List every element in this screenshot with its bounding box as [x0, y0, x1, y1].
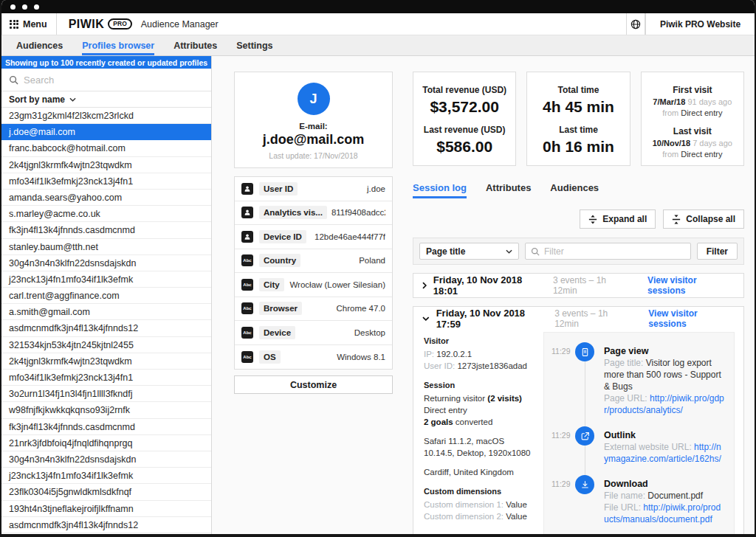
event-row: 11:29Page viewPage title: Visitor log ex… [551, 342, 725, 426]
expand-all-button[interactable]: Expand all [580, 209, 656, 229]
detail-tab-attributes[interactable]: Attributes [486, 182, 531, 198]
window-control-dot[interactable] [10, 4, 16, 10]
collapse-all-button[interactable]: Collapse all [663, 209, 744, 229]
filter-field-select[interactable]: Page title [419, 243, 519, 260]
session-date: Friday, 10 Nov 2018 17:59 [436, 308, 549, 330]
profile-list-item[interactable]: j.doe@mail.com [1, 124, 211, 140]
last-visit-date-line: 10/Nov/18 7 days ago [642, 139, 743, 148]
profile-list-item[interactable]: w98fnjfkjkwkkqkqnso93ij2rnfk [1, 402, 211, 418]
profile-list-item[interactable]: 30g4n3n4n3klfn22dsnsdajskdn [1, 451, 211, 468]
detail-tab-audiences[interactable]: Audiences [550, 182, 599, 198]
attr-value: Wrocław (Lower Silesian) [285, 280, 385, 289]
profile-list-item[interactable]: 23flk0304i5j5gnwldkmlsdkfnqf [1, 484, 211, 500]
profile-list-item[interactable]: 321534kjn53k4jtn245kjtnl2455 [1, 533, 211, 534]
tab-audiences[interactable]: Audiences [16, 35, 63, 55]
profile-list-item[interactable]: 2k4tjgnl3krmfk4wjtn23tqwdkm [1, 157, 211, 173]
profile-attributes-list: User IDj.doeAnalytics vis...811f9408adcc… [234, 176, 393, 370]
profile-list-item[interactable]: 321534kjn53k4jtn245kjtnl2455 [1, 337, 211, 353]
user-id-type-icon [241, 231, 253, 243]
search-input[interactable] [24, 75, 204, 86]
profile-list-item[interactable]: 21nrk3jfdbfoiq4jfnqldfihqnprgq [1, 435, 211, 451]
view-visitor-sessions-link[interactable]: View visitor sessions [647, 275, 735, 296]
custom-dimension-2: Custom dimension 2: Value [424, 510, 535, 522]
attr-label: Country [259, 254, 300, 267]
session-body: Visitor IP: 192.0.2.1 User ID: 1273jste1… [413, 330, 743, 534]
profile-list-item[interactable]: 23gm31g2kml4f2l3kcm23rlckd [1, 108, 211, 124]
chevron-right-icon [422, 282, 427, 289]
filter-button[interactable]: Filter [697, 243, 738, 260]
profile-list-item[interactable]: 2k4tjgnl3krmfk4wjtn23tqwdkm [1, 353, 211, 370]
event-line-label: External website URL: [604, 442, 694, 452]
collapse-all-icon [672, 215, 681, 224]
email-label: E-mail: [235, 122, 392, 131]
event-content: OutlinkExternal website URL: http://nyma… [604, 426, 725, 475]
profile-list-item[interactable]: a.smith@gmail.com [1, 304, 211, 320]
last-visit-source-line: from Direct entry [642, 150, 743, 159]
profile-list-item[interactable]: asdmcnmdfk3jn4fl13k4jfnnds12 [1, 517, 211, 533]
customize-button[interactable]: Customize [234, 375, 393, 394]
session-header[interactable]: Friday, 10 Nov 2018 18:01 3 events – 1h … [413, 274, 743, 297]
total-time-label: Total time [527, 85, 629, 95]
profile-list-item[interactable]: 3o2urn1l34fj1n3l4fjn1llll3fkndfj [1, 386, 211, 402]
expand-all-icon [588, 215, 597, 224]
filter-field-value: Page title [426, 246, 465, 257]
event-row: 11:29OutlinkExternal website URL: http:/… [551, 426, 725, 475]
custom-dimension-1: Custom dimension 1: Value [424, 499, 535, 510]
profile-list-item[interactable]: fk3jn4fl13k4jfnnds.casdmcnmd [1, 222, 211, 238]
menu-button[interactable]: Menu [1, 13, 57, 35]
window-control-dot[interactable] [34, 4, 39, 10]
profile-list-item[interactable]: mfo34if1lk3efmkj23nck13j4fn1 [1, 370, 211, 386]
profile-list-item[interactable]: asdmcnmdfk3jn4fl13k4jfnnds12 [1, 320, 211, 336]
attr-value: Desktop [350, 328, 385, 337]
profile-list-item[interactable]: stanley.baum@tth.net [1, 239, 211, 255]
profile-list-item[interactable]: 193ht4n3tjneflakejroifjlkffnamn [1, 501, 211, 517]
piwik-website-button[interactable]: Piwik PRO Website [645, 13, 755, 35]
attribute-row: AbcCountryPoland [235, 249, 392, 274]
profile-list-item[interactable]: amanda.sears@yahoo.com [1, 190, 211, 206]
profile-list-item[interactable]: franc.babcock@hotmail.com [1, 140, 211, 156]
session-meta: 3 events – 1h 12min [554, 308, 631, 329]
first-visit-source-line: from Direct entry [642, 108, 743, 117]
visitor-location: Cardiff, United Kingdom [424, 466, 535, 478]
event-line: Page title: Visitor log export more than… [604, 357, 725, 392]
profile-list-item[interactable]: j23nck13j4fn1mfo34if1lk3efmk [1, 271, 211, 288]
filter-bar: Page title Filter [413, 238, 744, 265]
search-icon [531, 247, 540, 256]
event-line-label: File URL: [604, 502, 643, 513]
detail-tab-session-log[interactable]: Session log [413, 182, 467, 198]
profile-list-item[interactable]: j23nck13j4fn1mfo34if1lk3efmk [1, 468, 211, 484]
attr-label: OS [259, 350, 281, 364]
attr-label: Device ID [259, 230, 306, 243]
search-icon [9, 75, 18, 85]
page-view-icon [575, 342, 594, 361]
window-titlebar [1, 0, 755, 13]
tab-settings[interactable]: Settings [236, 35, 272, 55]
globe-icon [630, 19, 641, 30]
event-line-label: Page URL: [604, 393, 650, 403]
last-time-label: Last time [527, 125, 629, 135]
chevron-down-icon [422, 316, 430, 321]
profile-email: j.doe@mail.com [235, 132, 392, 148]
user-id-type-icon [241, 207, 253, 218]
profile-list-item[interactable]: mfo34if1lk3efmkj23nck13j4fn1 [1, 173, 211, 190]
filter-input[interactable] [544, 246, 685, 257]
profile-list-item[interactable]: 30g4n3n4n3klfn22dsnsdajskdn [1, 255, 211, 271]
text-type-icon: Abc [241, 327, 253, 339]
attr-value: j.doe [362, 184, 385, 193]
total-revenue-label: Total revenue (USD) [413, 85, 515, 95]
profile-list-item[interactable]: s.marley@acme.co.uk [1, 206, 211, 222]
brand-word: PIWIK [69, 18, 105, 31]
profile-list-item[interactable]: carl.trent@aggfinance.com [1, 288, 211, 304]
window-control-dot[interactable] [22, 4, 27, 10]
session-row-expanded: Friday, 10 Nov 2018 17:59 3 events – 1h … [413, 306, 744, 534]
session-section-title: Session [424, 379, 535, 391]
globe-button[interactable] [626, 13, 645, 35]
view-visitor-sessions-link[interactable]: View visitor sessions [648, 308, 735, 329]
app-bar: Menu PIWIK PRO Audience Manager Piwik PR… [1, 13, 755, 35]
avatar: J [298, 83, 330, 115]
sort-by-name-dropdown[interactable]: Sort by name [1, 91, 211, 108]
tab-attributes[interactable]: Attributes [173, 35, 217, 55]
profile-list-item[interactable]: fk3jn4fl13k4jfnnds.casdmcnmd [1, 419, 211, 435]
tab-profiles-browser[interactable]: Profiles browser [82, 35, 154, 55]
session-header[interactable]: Friday, 10 Nov 2018 17:59 3 events – 1h … [413, 307, 743, 330]
